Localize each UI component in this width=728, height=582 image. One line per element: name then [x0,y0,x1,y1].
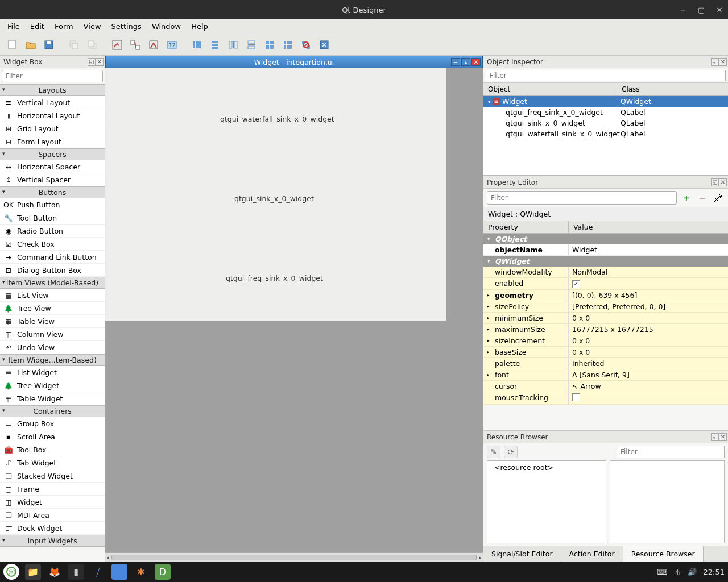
form-minimize-icon[interactable]: − [451,58,460,66]
widget-item[interactable]: ↶Undo View [0,341,105,354]
placed-widget[interactable]: qtgui_waterfall_sink_x_0_widget [219,114,336,124]
widget-item[interactable]: OKPush Button [0,198,105,211]
property-row[interactable]: cursor↖ Arrow [483,381,728,392]
widget-category[interactable]: Containers [0,405,105,417]
files-icon[interactable]: 📁 [25,564,41,580]
dock-close-icon[interactable]: ✕ [719,433,727,441]
menu-form[interactable]: Form [49,20,78,32]
widget-item[interactable]: ⫼Horizontal Layout [0,109,105,122]
property-row[interactable]: minimumSize0 x 0 [483,313,728,324]
vscode-icon[interactable]: ⧸ [90,564,106,580]
form-maximize-icon[interactable]: ▴ [461,58,470,66]
widget-category[interactable]: Layouts [0,84,105,96]
horizontal-scrollbar[interactable]: ◂ ▸ [105,552,483,562]
object-row[interactable]: ▾≡WidgetQWidget [483,96,728,107]
widget-box-tree[interactable]: Layouts≡Vertical Layout⫼Horizontal Layou… [0,84,105,562]
menu-help[interactable]: Help [186,20,213,32]
terminal-icon[interactable]: ▮ [68,564,84,580]
widget-item[interactable]: ◉Radio Button [0,225,105,238]
form-canvas[interactable]: qtgui_waterfall_sink_x_0_widgetqtgui_sin… [105,68,483,552]
property-row[interactable]: fontA [Sans Serif, 9] [483,369,728,381]
tray-clock[interactable]: 22:51 [704,568,725,576]
dock-close-icon[interactable]: ✕ [96,58,104,66]
object-row[interactable]: qtgui_waterfall_sink_x_0_widgetQLabel [483,128,728,139]
widget-category[interactable]: Item Widge...tem-Based) [0,354,105,366]
close-icon[interactable]: ✕ [714,5,725,15]
property-row[interactable]: maximumSize16777215 x 16777215 [483,324,728,335]
add-property-icon[interactable]: ＋ [680,192,693,204]
menu-window[interactable]: Window [147,20,186,32]
widget-item[interactable]: ▦Table Widget [0,392,105,405]
adjust-size-button[interactable] [316,37,332,53]
tray-volume-icon[interactable]: 🔊 [688,568,697,576]
tray-network-icon[interactable]: ⋔ [675,568,681,576]
widget-item[interactable]: ▥Column View [0,328,105,341]
dock-close-icon[interactable]: ✕ [719,178,727,186]
property-row[interactable]: objectNameWidget [483,244,728,256]
widget-item[interactable]: ⑀Tab Widget [0,456,105,469]
widget-item[interactable]: ⊟Form Layout [0,135,105,148]
resource-filter-input[interactable] [617,446,725,458]
widget-item[interactable]: ▭Group Box [0,417,105,430]
property-row[interactable]: sizePolicy[Preferred, Preferred, 0, 0] [483,301,728,313]
property-row[interactable]: sizeIncrement0 x 0 [483,335,728,347]
form-close-icon[interactable]: ✕ [471,58,481,66]
widget-item[interactable]: ▦Table View [0,315,105,328]
widget-item[interactable]: 🌲Tree Widget [0,379,105,392]
edit-buddies-button[interactable] [146,37,162,53]
widget-item[interactable]: ❏Stacked Widget [0,469,105,483]
property-row[interactable]: baseSize0 x 0 [483,347,728,358]
widget-item[interactable]: ⊡Dialog Button Box [0,264,105,277]
widget-box-filter-input[interactable] [2,70,103,82]
widget-item[interactable]: ☑Check Box [0,238,105,251]
bottom-tab[interactable]: Action Editor [561,546,623,562]
bottom-tab[interactable]: Signal/Slot Editor [483,546,561,562]
scroll-left-icon[interactable]: ◂ [106,554,109,560]
widget-category[interactable]: Spacers [0,148,105,160]
menu-file[interactable]: File [2,20,25,32]
widget-item[interactable]: 🔧Tool Button [0,211,105,225]
dock-float-icon[interactable]: ◱ [711,433,719,441]
layout-grid-button[interactable] [262,37,278,53]
layout-horiz-splitter-button[interactable] [225,37,241,53]
property-filter-input[interactable] [487,191,677,205]
designer-icon[interactable]: D [155,564,171,580]
minimize-icon[interactable]: − [678,5,688,15]
column-header-value[interactable]: Value [569,221,597,233]
bring-front-button[interactable] [84,37,100,53]
property-row[interactable]: paletteInherited [483,358,728,369]
layout-vert-button[interactable] [207,37,223,53]
break-layout-button[interactable] [298,37,314,53]
save-button[interactable] [41,37,57,53]
edit-tab-order-button[interactable]: 12 [164,37,180,53]
resource-tree[interactable]: <resource root> [487,460,606,543]
widget-item[interactable]: ▢Frame [0,483,105,496]
start-menu-icon[interactable]: ⓜ [3,564,19,580]
dock-float-icon[interactable]: ◱ [711,58,719,66]
widget-item[interactable]: ▣Scroll Area [0,430,105,443]
widget-item[interactable]: ⫍Dock Widget [0,522,105,535]
object-row[interactable]: qtgui_freq_sink_x_0_widgetQLabel [483,107,728,118]
checkbox-icon[interactable]: ✓ [572,280,580,288]
property-group[interactable]: QObject [483,234,728,244]
widget-item[interactable]: 🧰Tool Box [0,443,105,456]
edit-signals-button[interactable] [127,37,143,53]
edit-widgets-button[interactable] [109,37,125,53]
scroll-right-icon[interactable]: ▸ [479,554,482,560]
maximize-icon[interactable]: ▢ [696,5,706,15]
widget-item[interactable]: ❐MDI Area [0,509,105,522]
column-header-class[interactable]: Class [617,83,728,95]
placed-widget[interactable]: qtgui_sink_x_0_widget [233,193,315,204]
layout-horiz-button[interactable] [189,37,205,53]
widget-item[interactable]: ▤List View [0,289,105,302]
open-button[interactable] [23,37,39,53]
menu-settings[interactable]: Settings [106,20,147,32]
layout-vert-splitter-button[interactable] [243,37,259,53]
widget-item[interactable]: ▤List Widget [0,366,105,379]
firefox-icon[interactable]: 🦊 [47,564,63,580]
dock-close-icon[interactable]: ✕ [719,58,727,66]
property-row[interactable]: enabled✓ [483,278,728,290]
app-icon[interactable] [111,564,127,580]
widget-item[interactable]: ↕Vertical Spacer [0,173,105,186]
remove-property-icon[interactable]: − [696,192,709,204]
